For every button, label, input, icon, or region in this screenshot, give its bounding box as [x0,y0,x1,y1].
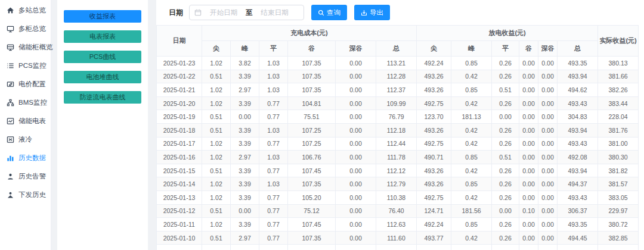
table-body: 2025-01-231.023.821.03107.350.00113.2149… [157,57,639,250]
cell-actual: 383.44 [598,96,639,110]
sidebar-item-1[interactable]: 多站总览 [0,1,51,20]
cell-date: 2025-01-19 [157,110,202,124]
search-button[interactable]: 查询 [311,5,347,20]
cell-actual: 380.72 [598,218,639,232]
cell-date: 2025-01-17 [157,137,202,151]
sidebar-item-label: 液冷 [18,135,32,144]
cell-value: 0.00 [519,137,538,151]
cell-value: 493.94 [558,123,598,137]
export-button-label: 导出 [370,8,383,17]
cell-value: 0.00 [336,218,376,232]
sidebar-item-label: 储能柜概览 [18,43,53,52]
submenu-button-4[interactable]: 电池堆曲线 [64,71,141,83]
sidebar-item-label: 多站总览 [18,6,46,15]
cell-actual: 228.04 [598,110,639,124]
sidebar-item-10[interactable]: 历史告警 [0,167,51,186]
sidebar-item-9[interactable]: 历史数据 [0,149,51,167]
cell-value: 0.51 [202,164,231,177]
cell-empty [157,245,202,250]
cell-value: 107.35 [288,83,336,97]
submenu-button-5[interactable]: 防逆流电表曲线 [64,91,141,104]
cell-value: 0.00 [336,151,376,164]
subheader-charge: 深谷 [336,41,376,57]
subheader-charge: 谷 [288,41,336,57]
cell-actual: 382.85 [598,231,639,245]
cell-value: 0.00 [492,204,519,218]
submenu-button-1[interactable]: 收益报表 [64,10,141,23]
cell-date: 2025-01-16 [157,151,202,164]
sidebar-item-7[interactable]: 储能电表 [0,112,51,130]
cell-value: 0.00 [538,57,558,70]
start-date-input[interactable] [205,9,242,16]
cell-date: 2025-01-14 [157,177,202,191]
cell-value: 123.70 [417,110,451,124]
cell-empty [259,245,288,250]
revenue-report-table: 日期 充电成本(元) 放电收益(元) 实际收益(元) 尖峰平谷深谷总尖峰平谷深谷… [156,25,639,250]
table-row: 2025-01-220.513.391.03107.350.00112.2849… [157,70,639,83]
cell-value: 111.60 [376,231,417,245]
table-row: 2025-01-120.510.000.7775.120.0076.40124.… [157,204,639,218]
cell-empty [598,245,639,250]
cell-value: 113.21 [376,57,417,70]
cell-value: 107.45 [288,218,336,232]
subheader-charge: 峰 [231,41,259,57]
cell-value: 0.00 [538,123,558,137]
submenu-button-2[interactable]: 电表报表 [64,30,141,43]
cell-value: 0.77 [259,110,288,124]
cell-value: 0.26 [492,190,519,204]
cell-empty [336,245,376,250]
cell-value: 107.35 [288,70,336,83]
header-date: 日期 [157,26,202,57]
cell-value: 0.00 [519,70,538,83]
cell-value: 0.00 [336,137,376,151]
cell-value: 0.00 [538,151,558,164]
cell-actual: 381.57 [598,177,639,191]
table-row: 2025-01-161.022.971.03106.760.00111.7849… [157,151,639,164]
cell-value: 112.37 [376,83,417,97]
sidebar-item-11[interactable]: 下发历史 [0,186,51,204]
subheader-discharge: 峰 [451,41,492,57]
sidebar-item-label: 历史告警 [18,172,46,181]
cell-value: 492.08 [558,151,598,164]
cell-value: 493.35 [558,57,598,70]
cell-value: 493.77 [417,231,451,245]
cell-value: 109.99 [376,96,417,110]
cell-value: 0.00 [538,137,558,151]
cell-value: 0.77 [259,137,288,151]
cell-value: 0.00 [231,110,259,124]
cell-value: 3.39 [231,218,259,232]
cell-value: 490.71 [417,151,451,164]
cell-value: 0.51 [202,123,231,137]
table-row: 2025-01-141.023.391.03107.350.00112.7949… [157,177,639,191]
sidebar-item-2[interactable]: 多柜总览 [0,20,51,38]
cell-value: 111.78 [376,151,417,164]
date-range-picker[interactable]: 至 [189,5,304,20]
cell-value: 0.42 [451,137,492,151]
submenu-button-3[interactable]: PCS曲线 [64,51,141,63]
cell-value: 0.42 [451,190,492,204]
sidebar-item-3[interactable]: 储能柜概览 [0,38,51,57]
cell-value: 0.26 [492,218,519,232]
cell-value: 0.51 [492,151,519,164]
report-submenu-list: 收益报表电表报表PCS曲线电池堆曲线防逆流电表曲线 [57,10,148,104]
end-date-input[interactable] [256,9,293,16]
sidebar: 多站总览多柜总览储能柜概览PCS监控电价配置BMS监控储能电表液冷历史数据历史告… [0,0,51,250]
export-button[interactable]: 导出 [354,5,390,20]
cell-value: 0.00 [231,204,259,218]
sidebar-item-8[interactable]: 液冷 [0,130,51,149]
cell-value: 0.00 [519,218,538,232]
meter-icon [7,117,14,125]
cell-empty [376,245,417,250]
cell-value: 0.00 [538,204,558,218]
cell-value: 107.35 [288,177,336,191]
cell-value: 0.51 [202,231,231,245]
sidebar-item-4[interactable]: PCS监控 [0,57,51,75]
cell-value: 493.26 [417,83,451,97]
cell-actual: 381.82 [598,164,639,177]
calendar-icon [194,9,202,16]
sidebar-item-5[interactable]: 电价配置 [0,75,51,93]
cell-value: 0.77 [259,164,288,177]
sidebar-item-6[interactable]: BMS监控 [0,93,51,112]
cell-empty [417,245,451,250]
cell-value: 306.37 [558,204,598,218]
